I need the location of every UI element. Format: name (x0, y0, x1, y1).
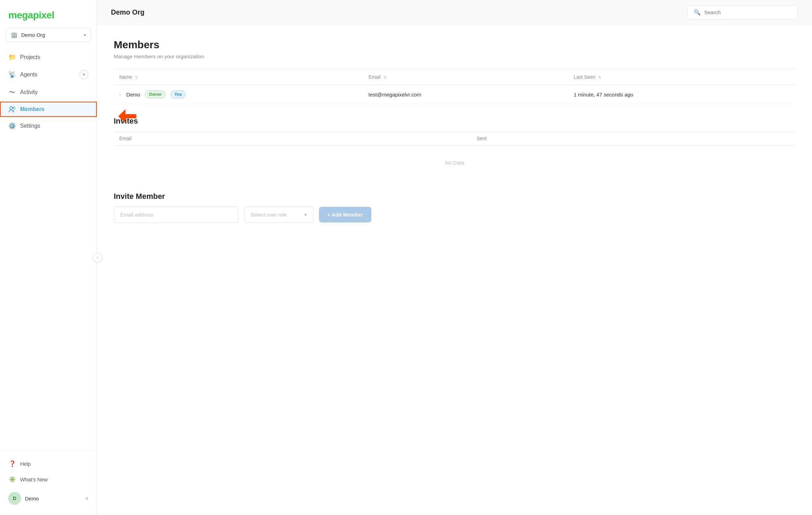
table-row: › Demo Owner You test@megapixelvr.com 1 … (114, 85, 795, 104)
col-email[interactable]: Email ⇅ (363, 69, 568, 85)
help-icon: ❓ (8, 460, 16, 467)
sidebar: megapixel 🏢 Demo Org ▾ 📁 Projects 📡 Agen… (0, 0, 97, 515)
invites-section: Invites Email Sent No Data (114, 117, 795, 179)
invites-heading: Invites (114, 117, 795, 126)
user-chevron-icon: ∧ (85, 496, 88, 501)
svg-point-0 (10, 107, 12, 109)
invite-member-section: Invite Member Select user role ▾ + Add M… (114, 192, 795, 223)
invites-empty-text: No Data (114, 146, 795, 180)
logo: megapixel (0, 0, 97, 28)
you-badge: You (171, 91, 186, 98)
add-agent-button[interactable]: + (79, 70, 88, 79)
member-email: test@megapixelvr.com (363, 85, 568, 104)
invites-col-sent: Sent (471, 132, 795, 146)
invite-member-heading: Invite Member (114, 192, 795, 201)
sidebar-item-projects[interactable]: 📁 Projects (0, 49, 97, 66)
sidebar-item-whats-new[interactable]: ✳️ What's New (0, 472, 97, 487)
settings-icon: ⚙️ (8, 122, 16, 130)
user-profile[interactable]: D Demo ∧ (0, 487, 97, 509)
sidebar-item-help[interactable]: ❓ Help (0, 456, 97, 472)
sort-email-icon: ⇅ (383, 75, 387, 79)
header-title: Demo Org (111, 8, 680, 16)
members-table: Name ⇅ Email ⇅ Last Seen ⇅ (114, 69, 795, 104)
col-last-seen[interactable]: Last Seen ⇅ (568, 69, 795, 85)
sidebar-item-label: Agents (20, 71, 75, 78)
row-expand-icon[interactable]: › (119, 92, 121, 97)
search-bar[interactable]: 🔍 (687, 5, 798, 19)
main-content: Demo Org 🔍 Members Manage members on you… (97, 0, 812, 515)
sidebar-item-members[interactable]: Members (0, 102, 97, 117)
sidebar-collapse-button[interactable]: ‹ (93, 253, 102, 262)
help-label: Help (20, 461, 31, 467)
members-table-section: Name ⇅ Email ⇅ Last Seen ⇅ (114, 69, 795, 104)
members-icon (8, 106, 16, 112)
member-name: Demo (126, 92, 140, 98)
org-chevron-icon: ▾ (84, 33, 86, 37)
top-header: Demo Org 🔍 (97, 0, 812, 25)
sidebar-bottom: ❓ Help ✳️ What's New D Demo ∧ (0, 450, 97, 515)
user-name: Demo (25, 496, 81, 501)
whats-new-icon: ✳️ (8, 476, 16, 483)
add-member-label: + Add Member (327, 212, 363, 218)
sidebar-item-label: Settings (20, 123, 88, 129)
sidebar-item-label: Members (20, 106, 88, 112)
invites-col-email: Email (114, 132, 471, 146)
svg-text:D: D (13, 496, 16, 501)
role-select-dropdown[interactable]: Select user role ▾ (244, 206, 313, 223)
org-icon: 🏢 (11, 32, 18, 38)
invites-empty-row: No Data (114, 146, 795, 180)
sort-name-icon: ⇅ (135, 75, 138, 79)
role-select-placeholder: Select user role (251, 212, 300, 218)
page-title: Members (114, 39, 795, 51)
sidebar-item-label: Projects (20, 54, 88, 60)
invite-email-input[interactable] (114, 206, 239, 223)
page-subtitle: Manage members on your organization (114, 53, 795, 59)
sort-lastseen-icon: ⇅ (598, 75, 601, 79)
brand-name: megapixel (8, 10, 54, 20)
search-input[interactable] (704, 9, 792, 15)
agents-icon: 📡 (8, 71, 16, 78)
search-icon: 🔍 (694, 9, 701, 16)
svg-point-1 (13, 107, 15, 109)
main-nav: 📁 Projects 📡 Agents + 〜 Activity Members (0, 48, 97, 450)
col-name[interactable]: Name ⇅ (114, 69, 363, 85)
invite-form: Select user role ▾ + Add Member (114, 206, 795, 223)
sidebar-item-activity[interactable]: 〜 Activity (0, 84, 97, 101)
member-name-cell: › Demo Owner You (114, 85, 363, 104)
member-last-seen: 1 minute, 47 seconds ago (568, 85, 795, 104)
org-selector[interactable]: 🏢 Demo Org ▾ (6, 28, 91, 42)
page-content: Members Manage members on your organizat… (97, 25, 812, 515)
invites-table: Email Sent No Data (114, 131, 795, 179)
whats-new-label: What's New (20, 476, 48, 482)
org-name: Demo Org (21, 32, 80, 38)
sidebar-item-agents[interactable]: 📡 Agents + (0, 66, 97, 84)
add-member-button[interactable]: + Add Member (319, 207, 371, 222)
role-chevron-icon: ▾ (304, 212, 307, 217)
activity-icon: 〜 (8, 88, 16, 96)
projects-icon: 📁 (8, 53, 16, 61)
sidebar-item-settings[interactable]: ⚙️ Settings (0, 118, 97, 134)
owner-badge: Owner (145, 91, 165, 98)
avatar: D (8, 492, 21, 505)
sidebar-item-label: Activity (20, 89, 88, 95)
